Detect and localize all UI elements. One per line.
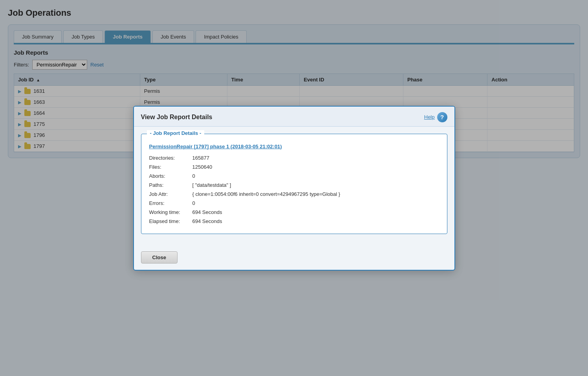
details-field-label: Directories: — [149, 155, 192, 161]
modal-body: Job Report Details PermissionRepair [179… — [134, 127, 454, 166]
modal-header: View Job Report Details Help ? — [134, 107, 454, 127]
help-link[interactable]: Help — [424, 114, 435, 120]
details-field-label: Files: — [149, 164, 192, 166]
modal-title: View Job Report Details — [141, 114, 212, 121]
details-box: Job Report Details PermissionRepair [179… — [141, 134, 447, 166]
modal-overlay: View Job Report Details Help ? Job Repor… — [0, 0, 588, 166]
details-legend: Job Report Details — [147, 130, 205, 136]
details-job-title[interactable]: PermissionRepair [1797] phase 1 (2018-03… — [149, 144, 439, 149]
help-icon[interactable]: ? — [437, 112, 447, 122]
view-job-report-modal: View Job Report Details Help ? Job Repor… — [133, 106, 455, 166]
modal-help-area: Help ? — [424, 112, 447, 122]
details-field-value: 165877 — [192, 155, 209, 161]
details-field-value: 1250640 — [192, 164, 212, 166]
details-field-row: Files: 1250640 — [149, 164, 439, 166]
details-field-row: Directories: 165877 — [149, 155, 439, 161]
